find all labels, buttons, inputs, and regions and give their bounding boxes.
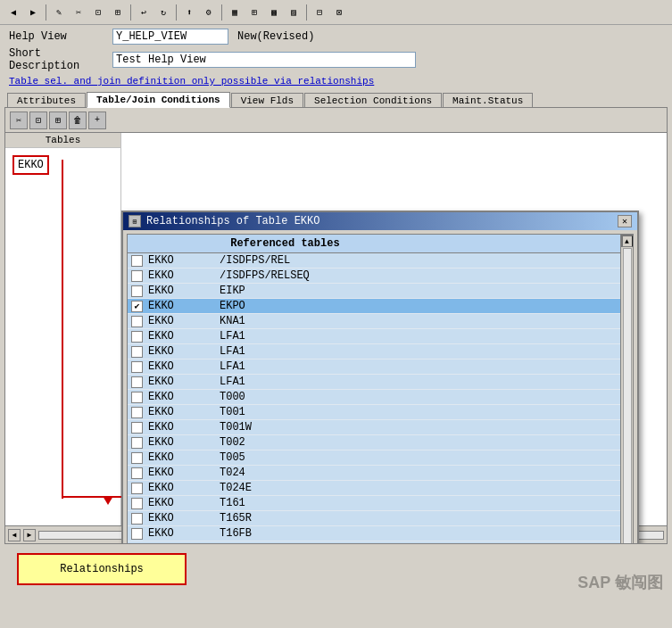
row-ref-table: T165R [220,512,252,525]
sap-watermark: SAP 敏闯图 [577,572,663,593]
short-desc-row: Short Description [9,47,663,72]
row-table-name: EKKO [148,451,220,464]
modal-row[interactable]: EKKO EIKP [128,284,633,299]
modal-title-text: Relationships of Table EKKO [146,215,319,227]
modal-scroll-up-btn[interactable]: ▲ [621,235,634,247]
modal-row[interactable]: EKKO T001W [128,420,633,435]
row-ref-table: T002 [220,436,245,449]
back-btn[interactable]: ◀ [4,4,22,21]
modal-title-left: ⊞ Relationships of Table EKKO [129,215,319,227]
modal-row[interactable]: EKKO T000 [128,390,633,405]
modal-table-container: Referenced tables EKKO /ISDFPS/REL EKKO … [127,234,634,544]
grid1-btn[interactable]: ▦ [226,4,244,21]
row-table-name: EKKO [148,376,220,388]
row-table-name: EKKO [148,406,220,418]
modal-row[interactable]: EKKO LFA1 [128,344,633,359]
row-ref-table: T000 [220,391,245,403]
tab-selection-conditions[interactable]: Selection Conditions [304,93,442,108]
modal-dialog-icon: ⊞ [129,215,141,227]
table2-btn[interactable]: ⊠ [330,4,348,21]
table-sel-link[interactable]: Table sel. and join definition only poss… [9,75,663,87]
row-checkbox[interactable] [131,376,143,388]
row-checkbox[interactable] [131,437,143,449]
modal-row[interactable]: EKKO T16FB [128,526,633,541]
row-ref-table: KNA1 [220,315,245,327]
modal-row[interactable]: EKKO T161 [128,496,633,511]
row-checkbox[interactable] [131,483,143,494]
modal-row[interactable]: EKKO LFA1 [128,329,633,344]
row-ref-table: EKPO [220,300,245,312]
row-checkbox[interactable] [131,316,143,327]
modal-row[interactable]: EKKO /ISDFPS/RELSEQ [128,269,633,284]
row-checkbox[interactable] [131,528,143,540]
row-checkbox[interactable] [131,255,143,267]
row-checkbox[interactable] [131,331,143,343]
modal-row[interactable]: EKKO T001 [128,405,633,420]
short-desc-input[interactable] [112,52,416,68]
row-table-name: EKKO [148,269,220,282]
copy-toolbar-btn[interactable]: ⊡ [89,4,107,21]
row-ref-table: T001W [220,421,252,434]
row-table-name: EKKO [148,360,220,373]
row-table-name: EKKO [148,482,220,494]
settings-btn[interactable]: ⚙ [200,4,218,21]
relationships-modal: ⊞ Relationships of Table EKKO ✕ Referenc… [121,211,639,544]
row-checkbox[interactable] [131,361,143,373]
row-table-name: EKKO [148,330,220,343]
modal-col-header: Referenced tables [128,235,633,253]
sep2 [130,4,131,21]
modal-row[interactable]: ✔ EKKO EKPO [128,299,633,314]
modal-table-body[interactable]: EKKO /ISDFPS/REL EKKO /ISDFPS/RELSEQ EKK… [128,253,633,544]
modal-row[interactable]: EKKO KNA1 [128,314,633,329]
tab-maint-status[interactable]: Maint.Status [443,93,533,108]
help-view-input[interactable] [112,29,228,45]
row-checkbox[interactable]: ✔ [131,301,143,312]
main-toolbar: ◀ ▶ ✎ ✂ ⊡ ⊞ ↩ ↻ ⬆ ⚙ ▦ ⊞ ▩ ▨ ⊟ ⊠ [0,0,672,25]
grid4-btn[interactable]: ▨ [285,4,303,21]
row-ref-table: T001 [220,406,245,418]
modal-row[interactable]: EKKO T005 [128,450,633,466]
modal-row[interactable]: EKKO /ISDFPS/REL [128,253,633,269]
modal-row[interactable]: EKKO T024 [128,466,633,481]
row-ref-table: /ISDFPS/RELSEQ [220,269,310,282]
up-btn[interactable]: ⬆ [180,4,198,21]
row-ref-table: LFA1 [220,360,245,373]
modal-row[interactable]: EKKO LFA1 [128,359,633,375]
row-checkbox[interactable] [131,467,143,479]
modal-scroll-track[interactable] [623,248,632,544]
row-checkbox[interactable] [131,452,143,464]
cut-btn[interactable]: ✂ [70,4,87,21]
paste-btn[interactable]: ⊞ [109,4,127,21]
tab-table-join[interactable]: Table/Join Conditions [87,92,230,108]
row-checkbox[interactable] [131,285,143,297]
row-checkbox[interactable] [131,498,143,509]
modal-close-btn[interactable]: ✕ [618,215,632,227]
modal-col-header-text: Referenced tables [230,237,339,250]
row-checkbox[interactable] [131,270,143,282]
row-checkbox[interactable] [131,392,143,403]
row-ref-table: /ISDFPS/REL [220,254,290,267]
row-checkbox[interactable] [131,346,143,358]
grid3-btn[interactable]: ▩ [265,4,283,21]
tab-view-flds[interactable]: View Flds [231,93,303,108]
modal-row[interactable]: EKKO T002 [128,435,633,450]
grid2-btn[interactable]: ⊞ [245,4,263,21]
modal-row[interactable]: EKKO LFA1 [128,375,633,390]
tab-attributes[interactable]: Attributes [7,93,86,108]
main-content: ✂ ⊡ ⊞ 🗑 + Tables EKKO ◀ ▶ ⊞ Relationship… [4,107,668,544]
modal-row[interactable]: EKKO T024E [128,481,633,496]
row-checkbox[interactable] [131,422,143,434]
redo-btn[interactable]: ↻ [154,4,172,21]
row-checkbox[interactable] [131,513,143,525]
undo-btn[interactable]: ↩ [135,4,153,21]
forward-btn[interactable]: ▶ [24,4,42,21]
modal-row[interactable]: EKKO T165R [128,511,633,526]
help-view-label: Help View [9,30,107,43]
row-ref-table: T005 [220,451,245,464]
table1-btn[interactable]: ⊟ [311,4,328,21]
header-area: Help View New(Revised) Short Description… [0,25,672,91]
relationships-button[interactable]: Relationships [17,553,187,585]
row-ref-table: T024E [220,482,252,494]
row-checkbox[interactable] [131,407,143,418]
edit-btn[interactable]: ✎ [50,4,68,21]
